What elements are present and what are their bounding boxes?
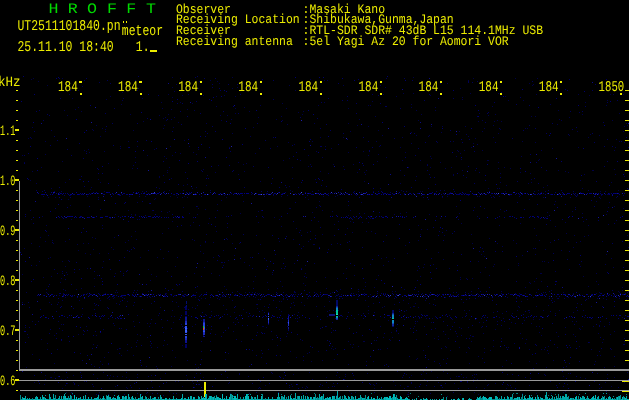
svg-text:184: 184 <box>118 79 138 96</box>
svg-text:F: F <box>107 2 117 18</box>
svg-text:meteor: meteor <box>122 23 163 40</box>
svg-text:184: 184 <box>539 79 559 96</box>
svg-text:0.6: 0.6 <box>0 374 15 390</box>
svg-text:O: O <box>87 2 97 18</box>
svg-text:184: 184 <box>419 79 439 96</box>
svg-text:1.0: 1.0 <box>0 174 15 190</box>
svg-text:1850: 1850 <box>599 79 625 96</box>
svg-text:UT2511101840.pn: UT2511101840.pn <box>18 18 121 35</box>
svg-text:184: 184 <box>359 79 379 96</box>
svg-text:184: 184 <box>178 79 198 96</box>
svg-text::5el Yagi Az 20 for Aomori VOR: :5el Yagi Az 20 for Aomori VOR <box>303 34 509 49</box>
svg-text:H: H <box>49 2 59 18</box>
svg-text:0.7: 0.7 <box>0 324 15 340</box>
svg-text:F: F <box>126 2 136 18</box>
svg-text:25.11.10 18:40: 25.11.10 18:40 <box>18 39 114 56</box>
svg-text:kHz: kHz <box>0 75 21 91</box>
svg-text:184: 184 <box>479 79 499 96</box>
svg-text:184: 184 <box>58 79 78 96</box>
svg-text:T: T <box>146 2 156 18</box>
svg-text:1.: 1. <box>136 39 150 56</box>
svg-text:184: 184 <box>298 79 318 96</box>
svg-text:1.1: 1.1 <box>0 124 15 140</box>
svg-text:184: 184 <box>238 79 258 96</box>
svg-text:Receiving antenna: Receiving antenna <box>176 34 293 49</box>
svg-text:0.9: 0.9 <box>0 224 15 240</box>
svg-text:0.8: 0.8 <box>0 274 15 290</box>
svg-text:R: R <box>68 2 78 18</box>
